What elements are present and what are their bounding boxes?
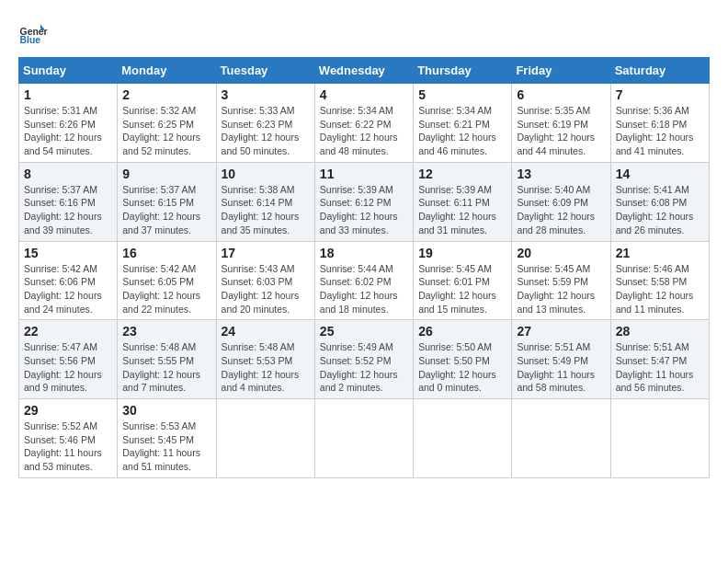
calendar-week: 29Sunrise: 5:52 AM Sunset: 5:46 PM Dayli…	[19, 399, 710, 478]
day-detail: Sunrise: 5:42 AM Sunset: 6:06 PM Dayligh…	[24, 262, 112, 316]
page-header: General Blue	[18, 18, 710, 48]
calendar-cell	[512, 399, 610, 478]
day-detail: Sunrise: 5:49 AM Sunset: 5:52 PM Dayligh…	[320, 340, 408, 395]
day-header: Tuesday	[216, 58, 314, 84]
calendar-cell: 13Sunrise: 5:40 AM Sunset: 6:09 PM Dayli…	[512, 162, 610, 241]
day-detail: Sunrise: 5:50 AM Sunset: 5:50 PM Dayligh…	[418, 340, 506, 395]
svg-text:Blue: Blue	[20, 35, 41, 45]
calendar-week: 22Sunrise: 5:47 AM Sunset: 5:56 PM Dayli…	[19, 320, 710, 399]
day-number: 17	[222, 246, 310, 260]
calendar-cell: 29Sunrise: 5:52 AM Sunset: 5:46 PM Dayli…	[19, 399, 118, 478]
day-number: 18	[320, 246, 408, 260]
calendar-cell	[414, 399, 512, 478]
day-number: 21	[616, 246, 704, 260]
day-detail: Sunrise: 5:38 AM Sunset: 6:14 PM Dayligh…	[222, 183, 310, 237]
calendar-cell: 8Sunrise: 5:37 AM Sunset: 6:16 PM Daylig…	[19, 162, 118, 241]
day-number: 25	[320, 324, 408, 339]
day-number: 3	[222, 87, 310, 102]
day-header: Friday	[512, 58, 610, 84]
day-number: 13	[517, 167, 605, 181]
calendar-cell: 10Sunrise: 5:38 AM Sunset: 6:14 PM Dayli…	[216, 162, 314, 241]
day-detail: Sunrise: 5:34 AM Sunset: 6:21 PM Dayligh…	[418, 104, 506, 158]
day-detail: Sunrise: 5:33 AM Sunset: 6:23 PM Dayligh…	[222, 104, 310, 158]
day-number: 8	[24, 167, 112, 181]
day-number: 16	[122, 246, 210, 260]
day-number: 24	[222, 324, 310, 339]
calendar-cell: 26Sunrise: 5:50 AM Sunset: 5:50 PM Dayli…	[414, 320, 512, 399]
day-number: 22	[24, 324, 112, 339]
calendar-cell: 12Sunrise: 5:39 AM Sunset: 6:11 PM Dayli…	[414, 162, 512, 241]
day-detail: Sunrise: 5:43 AM Sunset: 6:03 PM Dayligh…	[222, 262, 310, 316]
day-detail: Sunrise: 5:44 AM Sunset: 6:02 PM Dayligh…	[320, 262, 408, 316]
day-header: Saturday	[610, 58, 709, 84]
calendar-cell	[610, 399, 709, 478]
calendar-cell: 7Sunrise: 5:36 AM Sunset: 6:18 PM Daylig…	[610, 84, 709, 163]
day-header: Sunday	[19, 58, 118, 84]
calendar-cell: 19Sunrise: 5:45 AM Sunset: 6:01 PM Dayli…	[414, 241, 512, 320]
day-header: Wednesday	[314, 58, 413, 84]
day-number: 10	[222, 167, 310, 181]
day-number: 6	[517, 87, 605, 102]
calendar-table: SundayMondayTuesdayWednesdayThursdayFrid…	[18, 57, 710, 478]
day-number: 23	[122, 324, 210, 339]
calendar-cell	[314, 399, 413, 478]
logo-icon: General Blue	[18, 18, 48, 48]
day-detail: Sunrise: 5:45 AM Sunset: 5:59 PM Dayligh…	[517, 262, 605, 316]
day-detail: Sunrise: 5:35 AM Sunset: 6:19 PM Dayligh…	[517, 104, 605, 158]
day-detail: Sunrise: 5:39 AM Sunset: 6:11 PM Dayligh…	[418, 183, 506, 237]
calendar-cell: 25Sunrise: 5:49 AM Sunset: 5:52 PM Dayli…	[314, 320, 413, 399]
day-header: Monday	[118, 58, 216, 84]
day-number: 14	[616, 167, 704, 181]
calendar-cell: 30Sunrise: 5:53 AM Sunset: 5:45 PM Dayli…	[118, 399, 216, 478]
calendar-cell: 17Sunrise: 5:43 AM Sunset: 6:03 PM Dayli…	[216, 241, 314, 320]
day-detail: Sunrise: 5:51 AM Sunset: 5:47 PM Dayligh…	[616, 340, 704, 395]
calendar-cell: 28Sunrise: 5:51 AM Sunset: 5:47 PM Dayli…	[610, 320, 709, 399]
calendar-cell: 15Sunrise: 5:42 AM Sunset: 6:06 PM Dayli…	[19, 241, 118, 320]
calendar-cell: 22Sunrise: 5:47 AM Sunset: 5:56 PM Dayli…	[19, 320, 118, 399]
day-detail: Sunrise: 5:31 AM Sunset: 6:26 PM Dayligh…	[24, 104, 112, 158]
day-number: 20	[517, 246, 605, 260]
calendar-cell: 20Sunrise: 5:45 AM Sunset: 5:59 PM Dayli…	[512, 241, 610, 320]
day-detail: Sunrise: 5:42 AM Sunset: 6:05 PM Dayligh…	[122, 262, 210, 316]
day-detail: Sunrise: 5:39 AM Sunset: 6:12 PM Dayligh…	[320, 183, 408, 237]
header-row: SundayMondayTuesdayWednesdayThursdayFrid…	[19, 58, 710, 84]
day-detail: Sunrise: 5:41 AM Sunset: 6:08 PM Dayligh…	[616, 183, 704, 237]
day-detail: Sunrise: 5:48 AM Sunset: 5:53 PM Dayligh…	[222, 340, 310, 395]
day-number: 30	[122, 403, 210, 418]
day-detail: Sunrise: 5:37 AM Sunset: 6:16 PM Dayligh…	[24, 183, 112, 237]
day-detail: Sunrise: 5:46 AM Sunset: 5:58 PM Dayligh…	[616, 262, 704, 316]
day-detail: Sunrise: 5:32 AM Sunset: 6:25 PM Dayligh…	[122, 104, 210, 158]
calendar-cell: 18Sunrise: 5:44 AM Sunset: 6:02 PM Dayli…	[314, 241, 413, 320]
day-detail: Sunrise: 5:48 AM Sunset: 5:55 PM Dayligh…	[122, 340, 210, 395]
calendar-cell: 2Sunrise: 5:32 AM Sunset: 6:25 PM Daylig…	[118, 84, 216, 163]
calendar-cell: 5Sunrise: 5:34 AM Sunset: 6:21 PM Daylig…	[414, 84, 512, 163]
day-number: 9	[122, 167, 210, 181]
calendar-cell: 14Sunrise: 5:41 AM Sunset: 6:08 PM Dayli…	[610, 162, 709, 241]
day-number: 11	[320, 167, 408, 181]
day-number: 15	[24, 246, 112, 260]
calendar-cell: 23Sunrise: 5:48 AM Sunset: 5:55 PM Dayli…	[118, 320, 216, 399]
calendar-cell: 4Sunrise: 5:34 AM Sunset: 6:22 PM Daylig…	[314, 84, 413, 163]
day-detail: Sunrise: 5:53 AM Sunset: 5:45 PM Dayligh…	[122, 419, 210, 474]
calendar-cell: 21Sunrise: 5:46 AM Sunset: 5:58 PM Dayli…	[610, 241, 709, 320]
calendar-cell: 6Sunrise: 5:35 AM Sunset: 6:19 PM Daylig…	[512, 84, 610, 163]
calendar-week: 15Sunrise: 5:42 AM Sunset: 6:06 PM Dayli…	[19, 241, 710, 320]
calendar-week: 1Sunrise: 5:31 AM Sunset: 6:26 PM Daylig…	[19, 84, 710, 163]
day-number: 4	[320, 87, 408, 102]
day-number: 5	[418, 87, 506, 102]
day-number: 19	[418, 246, 506, 260]
day-detail: Sunrise: 5:36 AM Sunset: 6:18 PM Dayligh…	[616, 104, 704, 158]
calendar-cell: 9Sunrise: 5:37 AM Sunset: 6:15 PM Daylig…	[118, 162, 216, 241]
day-number: 7	[616, 87, 704, 102]
calendar-week: 8Sunrise: 5:37 AM Sunset: 6:16 PM Daylig…	[19, 162, 710, 241]
calendar-cell: 16Sunrise: 5:42 AM Sunset: 6:05 PM Dayli…	[118, 241, 216, 320]
calendar-cell: 3Sunrise: 5:33 AM Sunset: 6:23 PM Daylig…	[216, 84, 314, 163]
logo: General Blue	[18, 18, 48, 48]
day-number: 26	[418, 324, 506, 339]
day-header: Thursday	[414, 58, 512, 84]
day-detail: Sunrise: 5:51 AM Sunset: 5:49 PM Dayligh…	[517, 340, 605, 395]
calendar-cell: 27Sunrise: 5:51 AM Sunset: 5:49 PM Dayli…	[512, 320, 610, 399]
day-detail: Sunrise: 5:34 AM Sunset: 6:22 PM Dayligh…	[320, 104, 408, 158]
day-detail: Sunrise: 5:40 AM Sunset: 6:09 PM Dayligh…	[517, 183, 605, 237]
day-number: 28	[616, 324, 704, 339]
